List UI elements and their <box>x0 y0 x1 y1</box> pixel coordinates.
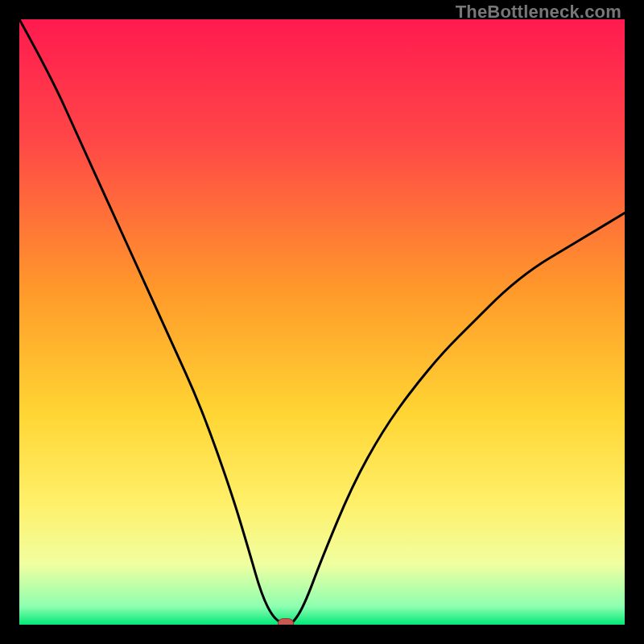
watermark-text: TheBottleneck.com <box>456 2 621 23</box>
bottleneck-curve <box>19 19 625 625</box>
curve-svg <box>19 19 625 625</box>
optimal-point-marker <box>278 618 294 625</box>
plot-area <box>19 19 625 625</box>
chart-frame: TheBottleneck.com <box>0 0 644 644</box>
